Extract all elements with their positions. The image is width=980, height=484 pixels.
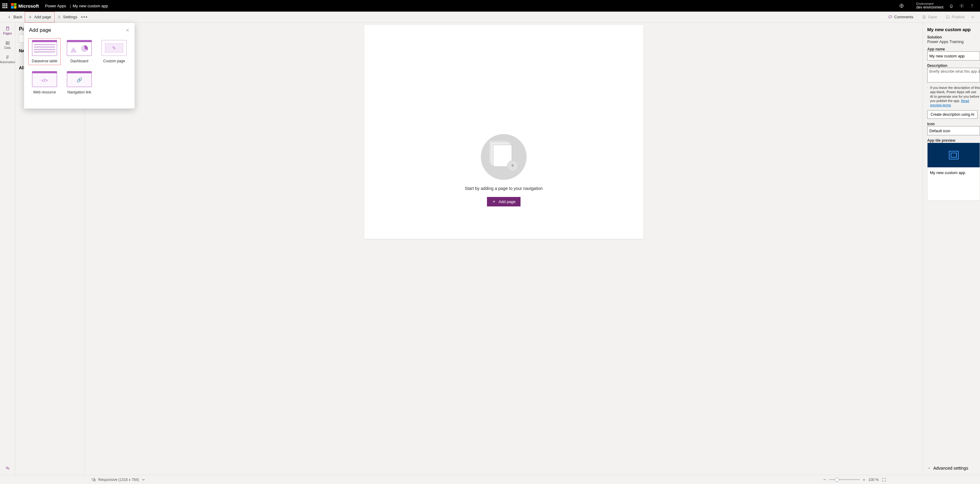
- ai-info-note: If you leave the description of this app…: [927, 86, 980, 107]
- icon-label: Icon: [927, 122, 980, 126]
- close-icon[interactable]: [126, 28, 130, 32]
- advanced-settings-toggle[interactable]: Advanced settings: [927, 463, 980, 471]
- tile-label: Dataverse table: [32, 59, 57, 63]
- add-page-label: Add page: [34, 14, 51, 19]
- document-title: My new custom app: [73, 4, 108, 8]
- microsoft-logo-icon: [11, 3, 16, 8]
- create-description-ai-button[interactable]: Create description using AI: [927, 110, 978, 119]
- property-title: My new custom app: [927, 27, 980, 32]
- chevron-down-icon: [927, 466, 931, 470]
- tile-label: Navigation link: [67, 90, 91, 94]
- svg-point-7: [6, 467, 7, 468]
- notifications-icon[interactable]: [949, 3, 954, 8]
- back-label: Back: [13, 14, 22, 19]
- responsive-icon: [92, 478, 96, 482]
- solution-value: Power Apps Training: [927, 39, 980, 44]
- rail-data[interactable]: Data: [1, 39, 14, 51]
- rail-pages-label: Pages: [3, 32, 11, 35]
- publish-button[interactable]: Publish: [943, 13, 967, 21]
- tile-navigation-link[interactable]: 🔗 Navigation link: [63, 69, 95, 96]
- app-launcher-icon[interactable]: [2, 3, 7, 8]
- automation-icon: [5, 55, 10, 60]
- svg-point-1: [961, 5, 962, 6]
- advanced-settings-label: Advanced settings: [933, 466, 968, 471]
- environment-icon: [899, 3, 904, 8]
- zoom-slider[interactable]: [829, 479, 860, 480]
- add-page-button[interactable]: Add page: [25, 13, 54, 21]
- environment-name: dev environment: [916, 5, 943, 10]
- play-icon[interactable]: [971, 15, 975, 19]
- settings-label: Settings: [63, 14, 78, 19]
- tile-preview-label: App tile preview: [927, 138, 980, 142]
- publish-label: Publish: [951, 14, 965, 19]
- solution-label: Solution: [927, 35, 980, 39]
- rail-data-label: Data: [4, 46, 11, 50]
- data-icon: [5, 41, 10, 45]
- ai-info-text: If you leave the description of this app…: [930, 86, 980, 102]
- settings-button[interactable]: Settings: [55, 13, 80, 21]
- zoom-out-button[interactable]: −: [823, 477, 826, 482]
- empty-state-text: Start by adding a page to your navigatio…: [465, 186, 542, 191]
- brand-label: Microsoft: [18, 3, 39, 8]
- product-name[interactable]: Power Apps: [45, 4, 66, 8]
- highlight-add-page: Add page: [25, 11, 55, 22]
- canvas-area: Start by adding a page to your navigatio…: [85, 22, 923, 475]
- plus-icon: [492, 200, 496, 204]
- add-page-callout: Add page Dataverse table Dashboard ✎ Cus…: [24, 22, 135, 109]
- settings-gear-icon[interactable]: [959, 3, 964, 8]
- property-panel: My new custom app Solution Power Apps Tr…: [923, 22, 980, 475]
- help-icon[interactable]: [970, 3, 975, 8]
- fit-to-screen-icon[interactable]: [882, 478, 886, 482]
- save-button[interactable]: Save: [920, 13, 940, 21]
- svg-point-8: [8, 468, 9, 470]
- back-button[interactable]: Back: [5, 13, 25, 21]
- left-rail: Pages Data Automation: [0, 22, 15, 475]
- description-textarea[interactable]: Briefly describe what this app does: [927, 68, 980, 83]
- icon-value: Default icon: [929, 129, 950, 133]
- gear-icon: [57, 15, 61, 19]
- rail-copilot[interactable]: [1, 465, 14, 472]
- status-bar: Responsive (1316 x 784) − + 100 %: [0, 475, 980, 484]
- tile-preview-icon: [949, 151, 959, 160]
- callout-title: Add page: [29, 27, 51, 33]
- more-commands-button[interactable]: •••: [80, 14, 88, 20]
- rail-automation-label: Automation: [0, 61, 15, 64]
- global-header: Microsoft Power Apps | My new custom app…: [0, 0, 980, 11]
- comments-button[interactable]: Comments: [886, 13, 916, 21]
- rail-pages[interactable]: Pages: [1, 25, 14, 36]
- svg-point-3: [59, 16, 60, 18]
- save-label: Save: [928, 14, 937, 19]
- tile-preview-header: [928, 143, 980, 167]
- rail-automation[interactable]: Automation: [1, 54, 14, 65]
- command-bar: Back Add page Settings ••• Comments Save…: [0, 11, 980, 22]
- responsive-label[interactable]: Responsive (1316 x 784): [98, 478, 139, 482]
- tile-preview-name: My new custom app: [928, 167, 980, 178]
- svg-rect-4: [947, 16, 949, 18]
- save-icon: [922, 15, 926, 19]
- tile-custom-page[interactable]: ✎ Custom page: [98, 38, 130, 65]
- zoom-value: 100 %: [868, 478, 879, 482]
- copilot-icon: [5, 466, 10, 471]
- empty-state-illustration: [481, 134, 527, 180]
- svg-rect-6: [6, 42, 9, 44]
- plus-icon: [28, 15, 32, 19]
- tile-dashboard[interactable]: Dashboard: [63, 38, 95, 65]
- tile-preview: My new custom app: [927, 142, 980, 201]
- info-icon: [927, 86, 928, 90]
- zoom-in-button[interactable]: +: [863, 477, 865, 482]
- canvas-add-page-label: Add page: [498, 200, 515, 204]
- appname-input[interactable]: [927, 51, 980, 61]
- tile-label: Web resource: [33, 90, 56, 94]
- svg-rect-10: [92, 478, 95, 480]
- pages-icon: [5, 26, 10, 31]
- back-arrow-icon: [7, 15, 11, 19]
- icon-selector[interactable]: Default icon: [927, 126, 980, 135]
- tile-web-resource[interactable]: </> Web resource: [29, 69, 61, 96]
- separator: |: [70, 4, 71, 8]
- chevron-down-icon[interactable]: [141, 478, 146, 482]
- comments-label: Comments: [894, 14, 913, 19]
- comment-icon: [888, 15, 892, 19]
- environment-picker[interactable]: Environment dev environment: [899, 2, 943, 10]
- canvas-add-page-button[interactable]: Add page: [487, 197, 520, 206]
- tile-dataverse-table[interactable]: Dataverse table: [29, 38, 61, 65]
